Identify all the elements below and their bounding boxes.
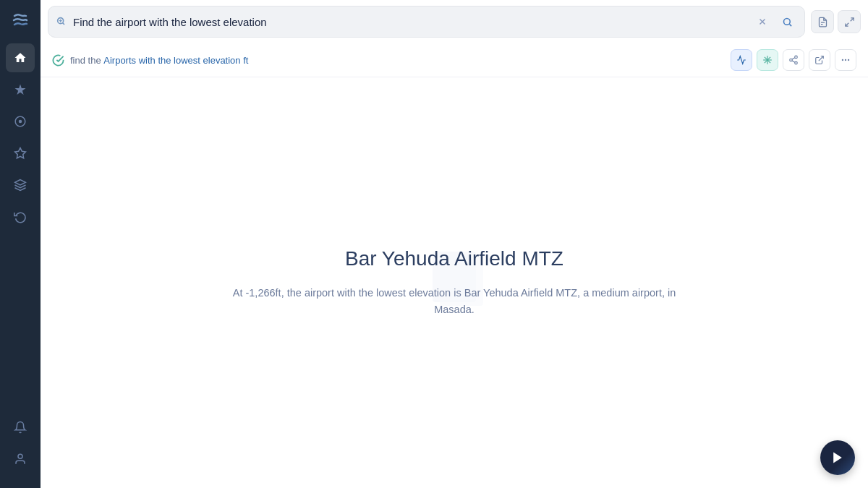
sidebar-item-sparkle[interactable]	[6, 75, 35, 104]
sidebar-item-shapes[interactable]	[6, 107, 35, 136]
sidebar	[0, 0, 41, 488]
sidebar-item-history[interactable]	[6, 202, 35, 231]
sidebar-item-notifications[interactable]	[6, 413, 35, 442]
check-icon	[52, 54, 64, 67]
svg-point-0	[19, 120, 22, 124]
sidebar-item-home[interactable]	[6, 43, 35, 72]
header	[41, 0, 868, 43]
sub-bar-text: find the Airports with the lowest elevat…	[70, 55, 725, 66]
toolbar-group	[811, 10, 861, 33]
sidebar-item-user[interactable]	[6, 445, 35, 474]
svg-marker-28	[833, 453, 842, 463]
svg-line-12	[845, 22, 848, 25]
sidebar-item-star[interactable]	[6, 139, 35, 168]
svg-point-19	[795, 61, 798, 64]
sub-bar-actions	[731, 49, 856, 71]
search-input[interactable]	[73, 16, 746, 28]
svg-point-3	[18, 454, 22, 458]
svg-marker-2	[15, 180, 26, 186]
search-bar	[48, 6, 805, 38]
search-actions	[752, 12, 797, 32]
document-toolbar-btn[interactable]	[811, 10, 834, 33]
svg-line-11	[850, 17, 853, 20]
more-btn[interactable]	[835, 49, 856, 71]
clear-button[interactable]	[752, 12, 773, 32]
export-btn[interactable]	[809, 49, 830, 71]
svg-point-18	[790, 59, 793, 61]
share-btn[interactable]	[783, 49, 804, 71]
play-button[interactable]	[820, 440, 855, 475]
svg-point-24	[845, 59, 846, 61]
svg-line-22	[819, 56, 823, 61]
svg-point-25	[848, 59, 849, 61]
sub-bar-link[interactable]: Airports with the lowest elevation ft	[103, 55, 248, 66]
svg-point-17	[795, 56, 798, 59]
svg-line-20	[792, 61, 795, 62]
sub-bar: find the Airports with the lowest elevat…	[41, 43, 868, 77]
svg-marker-1	[15, 148, 26, 158]
snowflake-btn[interactable]	[757, 49, 778, 71]
expand-toolbar-btn[interactable]	[838, 10, 861, 33]
svg-line-8	[789, 24, 791, 26]
sidebar-nav	[0, 43, 41, 413]
main-panel: find the Airports with the lowest elevat…	[41, 0, 868, 488]
search-prefix-icon	[56, 16, 67, 27]
result-title: Bar Yehuda Airfield MTZ	[216, 247, 693, 270]
sidebar-bottom	[0, 413, 41, 481]
svg-line-21	[792, 58, 795, 59]
result-description: At -1,266ft, the airport with the lowest…	[216, 285, 693, 318]
chart-btn[interactable]	[731, 49, 752, 71]
content-area: Bar Yehuda Airfield MTZ At -1,266ft, the…	[41, 77, 868, 488]
svg-point-7	[783, 18, 790, 25]
search-button[interactable]	[777, 12, 797, 32]
sidebar-item-layers[interactable]	[6, 171, 35, 200]
app-logo[interactable]	[7, 7, 33, 33]
svg-point-23	[842, 59, 843, 61]
